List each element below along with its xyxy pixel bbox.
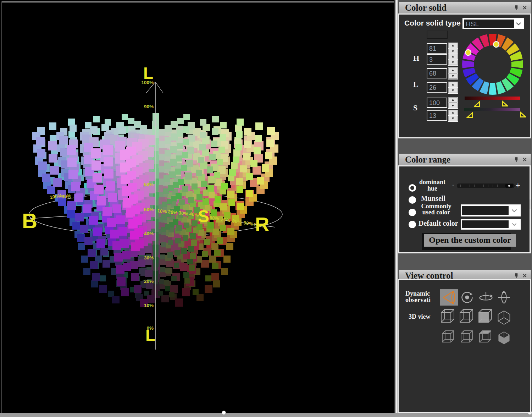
svg-text:40%: 40%: [144, 231, 154, 236]
svg-text:90%: 90%: [61, 193, 71, 199]
svg-text:50%: 50%: [144, 207, 154, 212]
svg-text:L: L: [145, 326, 155, 345]
svg-text:60%: 60%: [209, 215, 220, 221]
svg-text:20%: 20%: [144, 279, 154, 284]
svg-text:B: B: [22, 209, 37, 233]
svg-text:S: S: [198, 207, 209, 226]
svg-text:60%: 60%: [144, 182, 154, 187]
svg-text:90%: 90%: [243, 220, 254, 227]
svg-text:L: L: [143, 64, 153, 82]
svg-text:10%: 10%: [144, 303, 154, 308]
svg-text:90%: 90%: [144, 104, 154, 109]
svg-text:30%: 30%: [144, 255, 154, 260]
svg-text:R: R: [255, 213, 269, 235]
